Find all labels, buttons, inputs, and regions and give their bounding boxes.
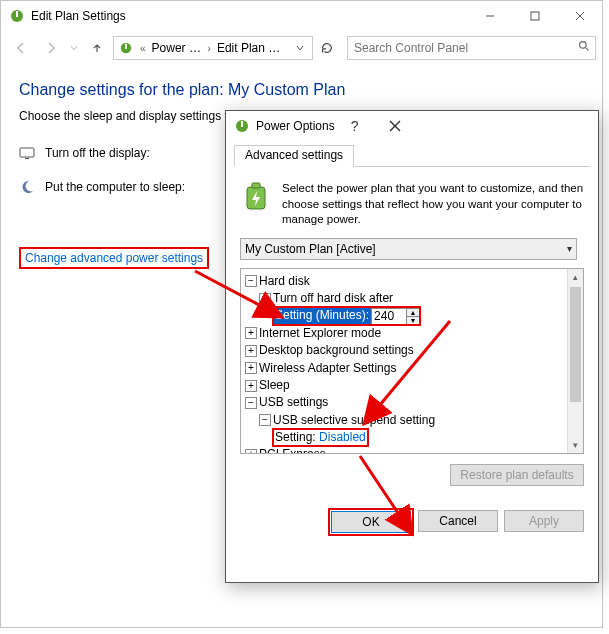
window-title: Edit Plan Settings [31,9,126,23]
svg-rect-11 [25,158,29,159]
usb-setting-value[interactable]: Disabled [319,430,366,444]
ok-button-highlight: OK [330,510,412,534]
svg-rect-10 [20,148,34,157]
change-advanced-link[interactable]: Change advanced power settings [19,247,209,269]
collapse-icon[interactable]: − [259,414,271,426]
svg-rect-13 [241,121,243,127]
breadcrumb-item-power[interactable]: Power Options [152,41,202,55]
back-button[interactable] [7,34,35,62]
nav-toolbar: « Power Options › Edit Plan Settings [1,31,602,65]
ok-button[interactable]: OK [331,511,411,533]
minutes-spinbox[interactable]: ▲▼ [371,308,420,325]
tree-node-turn-off-hd[interactable]: −Turn off hard disk after [245,290,583,307]
tree-node-usb-suspend[interactable]: −USB selective suspend setting [245,412,583,429]
scrollbar[interactable]: ▴ ▾ [567,269,583,453]
up-button[interactable] [83,34,111,62]
spin-down-icon[interactable]: ▼ [407,317,419,324]
dialog-description: Select the power plan that you want to c… [282,181,584,228]
battery-icon [240,181,272,213]
dialog-titlebar: Power Options ? [226,111,598,141]
usb-setting-label: Setting: [275,430,316,444]
breadcrumb-chevron-icon: › [206,43,213,54]
close-button[interactable] [557,1,602,31]
maximize-button[interactable] [512,1,557,31]
search-input[interactable] [352,40,578,56]
dialog-app-icon [234,118,250,134]
tree-node-sleep[interactable]: +Sleep [245,377,583,394]
minimize-button[interactable] [467,1,512,31]
svg-point-8 [580,42,587,49]
expand-icon[interactable]: + [245,362,257,374]
sleep-label: Put the computer to sleep: [45,180,185,194]
breadcrumb-dropdown-icon[interactable] [292,41,308,55]
tree-node-setting-minutes: Setting (Minutes): ▲▼ [245,307,583,324]
tree-node-hard-disk[interactable]: −Hard disk [245,273,583,290]
tab-strip: Advanced settings [234,145,590,167]
forward-button[interactable] [37,34,65,62]
tree-node-usb[interactable]: −USB settings [245,394,583,411]
app-icon [9,8,25,24]
dialog-title: Power Options [256,119,335,133]
scroll-down-icon[interactable]: ▾ [568,437,583,453]
dialog-body: Select the power plan that you want to c… [226,167,598,544]
collapse-icon[interactable]: − [245,275,257,287]
restore-defaults-button[interactable]: Restore plan defaults [450,464,584,486]
breadcrumb[interactable]: « Power Options › Edit Plan Settings [113,36,313,60]
page-heading: Change settings for the plan: My Custom … [19,81,594,99]
minutes-input[interactable] [372,309,406,323]
expand-icon[interactable]: + [245,327,257,339]
svg-rect-3 [531,12,539,20]
settings-tree: −Hard disk −Turn off hard disk after Set… [240,268,584,454]
titlebar: Edit Plan Settings [1,1,602,31]
spin-up-icon[interactable]: ▲ [407,309,419,317]
refresh-button[interactable] [315,36,339,60]
dialog-help-button[interactable]: ? [335,111,375,141]
search-box[interactable] [347,36,596,60]
tree-node-pci[interactable]: +PCI Express [245,446,583,453]
svg-rect-17 [252,183,260,188]
tree-node-desktop-bg[interactable]: +Desktop background settings [245,342,583,359]
breadcrumb-item-editplan[interactable]: Edit Plan Settings [217,41,283,55]
svg-line-9 [585,47,588,50]
scroll-up-icon[interactable]: ▴ [568,269,583,285]
collapse-icon[interactable]: − [245,397,257,409]
breadcrumb-chevron-icon: « [138,43,148,54]
dialog-close-button[interactable] [375,111,415,141]
expand-icon[interactable]: + [245,345,257,357]
search-icon[interactable] [578,40,591,56]
plan-select[interactable]: My Custom Plan [Active] ▾ [240,238,577,260]
history-dropdown-icon[interactable] [67,34,81,62]
display-icon [19,145,35,161]
expand-icon[interactable]: + [245,449,257,453]
svg-rect-1 [16,11,18,17]
tree-node-ie-mode[interactable]: +Internet Explorer mode [245,325,583,342]
tab-advanced-settings[interactable]: Advanced settings [234,145,354,167]
power-options-dialog: Power Options ? Advanced settings Select… [225,110,599,583]
apply-button[interactable]: Apply [504,510,584,532]
plan-select-value: My Custom Plan [Active] [245,242,376,256]
svg-rect-7 [125,44,127,49]
tree-node-wireless[interactable]: +Wireless Adapter Settings [245,360,583,377]
collapse-icon[interactable]: − [259,293,271,305]
moon-icon [19,179,35,195]
expand-icon[interactable]: + [245,380,257,392]
chevron-down-icon: ▾ [567,243,572,254]
setting-minutes-label[interactable]: Setting (Minutes): [273,307,371,324]
breadcrumb-app-icon [118,40,134,56]
scroll-thumb[interactable] [570,287,581,402]
cancel-button[interactable]: Cancel [418,510,498,532]
display-off-label: Turn off the display: [45,146,150,160]
tree-node-usb-setting: Setting: Disabled [245,429,583,446]
